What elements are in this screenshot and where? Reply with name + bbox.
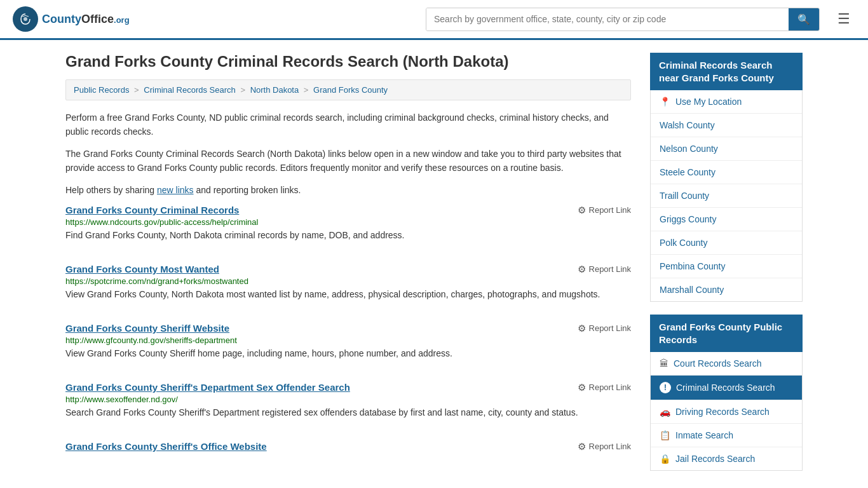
result-entry-4: ⚙ Report Link Grand Forks County Sheriff… <box>65 382 631 426</box>
pembina-county-link[interactable]: Pembina County <box>660 261 726 271</box>
breadcrumb-separator-3: > <box>304 85 311 95</box>
report-label-1: Report Link <box>589 205 631 215</box>
public-records-heading: Grand Forks County Public Records <box>650 315 803 352</box>
report-icon-1: ⚙ <box>578 205 586 216</box>
public-records-list: 🏛 Court Records Search ! Criminal Record… <box>650 352 803 471</box>
public-records-box: Grand Forks County Public Records 🏛 Cour… <box>650 315 803 471</box>
hamburger-menu[interactable]: ☰ <box>832 8 855 30</box>
location-icon: 📍 <box>660 97 670 107</box>
record-item-driving[interactable]: 🚗 Driving Records Search <box>651 400 802 424</box>
result-title-3[interactable]: Grand Forks County Sheriff Website <box>65 323 229 334</box>
report-link-btn-5[interactable]: ⚙ Report Link <box>578 441 631 452</box>
description-3: Help others by sharing new links and rep… <box>65 183 631 197</box>
sidebar: Criminal Records Search near Grand Forks… <box>650 53 803 484</box>
search-input[interactable] <box>426 8 789 30</box>
nearby-item-steele[interactable]: Steele County <box>651 161 802 184</box>
nearby-item-walsh[interactable]: Walsh County <box>651 114 802 137</box>
result-title-2[interactable]: Grand Forks County Most Wanted <box>65 264 219 274</box>
report-icon-4: ⚙ <box>578 382 586 393</box>
result-url-3: http://www.gfcounty.nd.gov/sheriffs-depa… <box>65 336 631 345</box>
breadcrumb-separator-1: > <box>134 85 141 95</box>
polk-county-link[interactable]: Polk County <box>660 238 707 248</box>
inmate-search-icon: 📋 <box>660 430 670 440</box>
nearby-item-griggs[interactable]: Griggs County <box>651 208 802 231</box>
nearby-list: 📍 Use My Location Walsh County Nelson Co… <box>650 90 803 302</box>
report-label-3: Report Link <box>589 323 631 333</box>
breadcrumb-link-grand-forks[interactable]: Grand Forks County <box>313 85 388 95</box>
nearby-box: Criminal Records Search near Grand Forks… <box>650 53 803 302</box>
marshall-county-link[interactable]: Marshall County <box>660 285 724 295</box>
report-link-btn-4[interactable]: ⚙ Report Link <box>578 382 631 393</box>
breadcrumb-separator-2: > <box>240 85 247 95</box>
result-url-2: https://spotcrime.com/nd/grand+forks/mos… <box>65 276 631 286</box>
result-desc-2: View Grand Forks County, North Dakota mo… <box>65 289 600 299</box>
search-bar[interactable]: 🔍 <box>426 8 820 31</box>
result-url-1: https://www.ndcourts.gov/public-access/h… <box>65 217 631 227</box>
page-title: Grand Forks County Criminal Records Sear… <box>65 53 631 71</box>
court-records-icon: 🏛 <box>660 358 668 369</box>
report-icon-2: ⚙ <box>578 264 586 275</box>
content-area: Grand Forks County Criminal Records Sear… <box>65 53 631 484</box>
record-item-criminal[interactable]: ! Criminal Records Search <box>651 376 802 400</box>
nearby-item-pembina[interactable]: Pembina County <box>651 255 802 278</box>
nearby-item-polk[interactable]: Polk County <box>651 231 802 255</box>
criminal-records-icon: ! <box>660 382 671 393</box>
breadcrumb-link-north-dakota[interactable]: North Dakota <box>250 85 299 95</box>
result-desc-4: Search Grand Forks County Sheriff's Depa… <box>65 407 578 417</box>
nearby-item-marshall[interactable]: Marshall County <box>651 278 802 301</box>
griggs-county-link[interactable]: Griggs County <box>660 214 716 224</box>
record-item-jail[interactable]: 🔒 Jail Records Search <box>651 447 802 470</box>
svg-point-1 <box>24 17 27 21</box>
jail-records-icon: 🔒 <box>660 454 670 464</box>
result-entry-1: ⚙ Report Link Grand Forks County Crimina… <box>65 205 631 248</box>
nearby-item-traill[interactable]: Traill County <box>651 184 802 208</box>
result-entry-5: ⚙ Report Link Grand Forks County Sheriff… <box>65 441 631 459</box>
report-icon-5: ⚙ <box>578 441 586 452</box>
jail-records-link[interactable]: Jail Records Search <box>675 454 755 464</box>
description-2: The Grand Forks County Criminal Records … <box>65 147 631 175</box>
driving-records-link[interactable]: Driving Records Search <box>675 407 770 417</box>
inmate-search-link[interactable]: Inmate Search <box>675 430 733 440</box>
report-link-btn-1[interactable]: ⚙ Report Link <box>578 205 631 216</box>
result-url-4: http://www.sexoffender.nd.gov/ <box>65 395 631 404</box>
new-links-link[interactable]: new links <box>157 185 194 195</box>
report-icon-3: ⚙ <box>578 323 586 334</box>
criminal-records-link[interactable]: Criminal Records Search <box>676 383 775 393</box>
driving-records-icon: 🚗 <box>660 407 670 417</box>
report-label-4: Report Link <box>589 383 631 392</box>
report-link-btn-3[interactable]: ⚙ Report Link <box>578 323 631 334</box>
main-container: Grand Forks County Criminal Records Sear… <box>53 40 815 488</box>
steele-county-link[interactable]: Steele County <box>660 167 715 177</box>
result-title-1[interactable]: Grand Forks County Criminal Records <box>65 205 239 215</box>
description-1: Perform a free Grand Forks County, ND pu… <box>65 111 631 139</box>
nelson-county-link[interactable]: Nelson County <box>660 144 718 154</box>
traill-county-link[interactable]: Traill County <box>660 191 709 201</box>
breadcrumb: Public Records > Criminal Records Search… <box>65 79 631 100</box>
site-header: CountyOffice.org 🔍 ☰ <box>0 0 868 40</box>
logo[interactable]: CountyOffice.org <box>13 6 130 32</box>
breadcrumb-link-criminal-records[interactable]: Criminal Records Search <box>144 85 236 95</box>
report-label-5: Report Link <box>589 442 631 451</box>
use-my-location-link[interactable]: Use My Location <box>675 97 742 107</box>
report-link-btn-2[interactable]: ⚙ Report Link <box>578 264 631 275</box>
result-desc-3: View Grand Forks County Sheriff home pag… <box>65 348 452 358</box>
result-desc-1: Find Grand Forks County, North Dakota cr… <box>65 230 405 240</box>
record-item-court[interactable]: 🏛 Court Records Search <box>651 352 802 376</box>
nearby-item-nelson[interactable]: Nelson County <box>651 137 802 161</box>
result-entry-2: ⚙ Report Link Grand Forks County Most Wa… <box>65 264 631 308</box>
court-records-link[interactable]: Court Records Search <box>674 358 762 369</box>
logo-text: CountyOffice.org <box>42 13 130 26</box>
record-item-inmate[interactable]: 📋 Inmate Search <box>651 424 802 447</box>
search-button[interactable]: 🔍 <box>789 8 819 30</box>
logo-icon <box>13 6 38 32</box>
report-label-2: Report Link <box>589 264 631 274</box>
walsh-county-link[interactable]: Walsh County <box>660 120 715 130</box>
breadcrumb-link-public-records[interactable]: Public Records <box>74 85 129 95</box>
result-title-5[interactable]: Grand Forks County Sheriff's Office Webs… <box>65 441 267 452</box>
result-title-4[interactable]: Grand Forks County Sheriff's Department … <box>65 382 350 393</box>
result-entry-3: ⚙ Report Link Grand Forks County Sheriff… <box>65 323 631 367</box>
nearby-heading: Criminal Records Search near Grand Forks… <box>650 53 803 90</box>
use-my-location-item[interactable]: 📍 Use My Location <box>651 90 802 114</box>
